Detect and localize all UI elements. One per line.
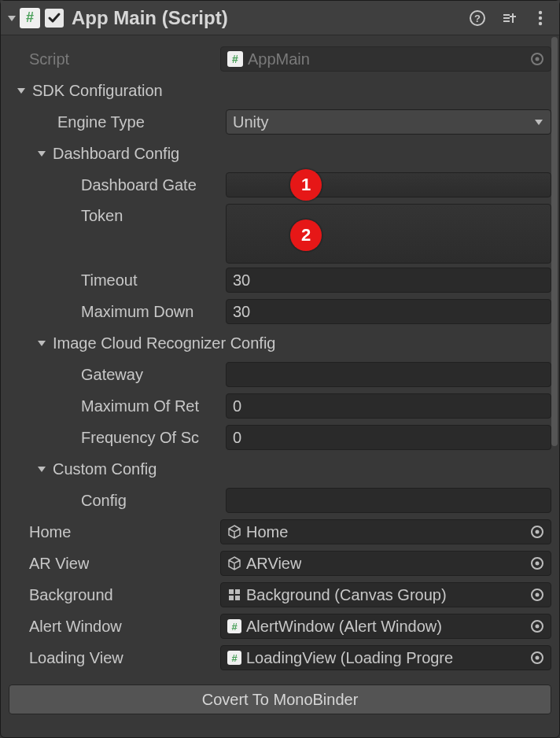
svg-rect-12 xyxy=(235,589,240,594)
scrollbar-thumb[interactable] xyxy=(551,37,558,446)
timeout-row: Timeout 30 xyxy=(9,264,551,296)
loading-view-object-field[interactable]: # LoadingView (Loading Progre xyxy=(220,645,551,670)
cloud-gateway-row: Gateway xyxy=(9,359,551,390)
loading-view-value: LoadingView (Loading Progre xyxy=(246,649,453,667)
cloud-config-header-row[interactable]: Image Cloud Recognizer Config xyxy=(9,327,551,359)
loading-view-row: Loading View # LoadingView (Loading Prog… xyxy=(9,642,551,673)
engine-type-value: Unity xyxy=(233,113,269,131)
script-row: Script # AppMain xyxy=(9,43,551,75)
cloud-gateway-label: Gateway xyxy=(81,366,143,384)
cloud-max-ret-row: Maximum Of Ret 0 xyxy=(9,390,551,422)
token-label: Token xyxy=(81,207,123,225)
dashboard-gateway-label: Dashboard Gate xyxy=(81,176,197,194)
svg-point-6 xyxy=(536,57,540,61)
dashboard-config-header: Dashboard Config xyxy=(53,145,179,163)
background-value: Background (Canvas Group) xyxy=(246,586,447,604)
custom-config-row: Config xyxy=(9,485,551,516)
timeout-value: 30 xyxy=(233,271,250,290)
alert-window-value: AlertWindow (Alert Window) xyxy=(246,618,442,636)
component-foldout[interactable] xyxy=(6,12,18,24)
engine-type-dropdown[interactable]: Unity xyxy=(226,109,551,135)
script-file-icon: # xyxy=(20,8,40,28)
cloud-max-ret-label: Maximum Of Ret xyxy=(81,397,199,415)
cloud-max-ret-input[interactable]: 0 xyxy=(226,393,551,419)
background-object-field[interactable]: Background (Canvas Group) xyxy=(220,582,551,607)
background-row: Background Background (Canvas Group) xyxy=(9,579,551,611)
object-picker-icon[interactable] xyxy=(529,523,546,541)
object-picker-icon[interactable] xyxy=(529,555,546,572)
cloud-config-header: Image Cloud Recognizer Config xyxy=(53,334,276,352)
alert-window-row: Alert Window # AlertWindow (Alert Window… xyxy=(9,611,551,642)
custom-config-input[interactable] xyxy=(226,488,551,513)
svg-point-16 xyxy=(536,593,540,597)
dashboard-gateway-input[interactable] xyxy=(226,172,551,197)
gameobject-icon xyxy=(227,525,241,539)
object-picker-icon[interactable] xyxy=(529,649,546,666)
svg-point-8 xyxy=(536,530,540,534)
arview-object-field[interactable]: ARView xyxy=(220,551,551,576)
foldout-icon[interactable] xyxy=(35,337,48,349)
alert-window-label: Alert Window xyxy=(29,618,122,636)
arview-value: ARView xyxy=(246,555,301,573)
engine-type-row: Engine Type Unity xyxy=(9,106,551,138)
context-menu-icon[interactable] xyxy=(531,9,550,28)
svg-point-18 xyxy=(536,625,540,629)
cloud-freq-input[interactable]: 0 xyxy=(226,425,551,450)
arview-row: AR View ARView xyxy=(9,548,551,579)
alert-window-object-field[interactable]: # AlertWindow (Alert Window) xyxy=(220,614,551,639)
timeout-label: Timeout xyxy=(81,271,138,290)
svg-point-3 xyxy=(539,16,542,19)
svg-point-10 xyxy=(536,562,540,566)
foldout-icon[interactable] xyxy=(15,84,28,97)
loading-view-label: Loading View xyxy=(29,649,123,667)
script-field: # AppMain xyxy=(220,46,551,72)
preset-icon[interactable] xyxy=(499,9,518,28)
component-enabled-checkbox[interactable] xyxy=(45,9,64,28)
custom-config-header: Custom Config xyxy=(53,460,157,478)
svg-rect-11 xyxy=(229,589,234,594)
foldout-icon[interactable] xyxy=(35,463,48,475)
script-file-icon: # xyxy=(227,51,243,67)
home-label: Home xyxy=(29,523,71,541)
svg-point-4 xyxy=(539,21,542,24)
dashboard-config-header-row[interactable]: Dashboard Config xyxy=(9,138,551,169)
foldout-icon[interactable] xyxy=(35,147,48,160)
component-body: Script # AppMain SDK Configuration xyxy=(1,35,559,724)
canvas-group-icon xyxy=(227,588,241,602)
convert-button-label: Covert To MonoBinder xyxy=(202,691,359,709)
cloud-freq-value: 0 xyxy=(233,429,241,447)
chevron-down-icon xyxy=(533,113,544,131)
cloud-gateway-input[interactable] xyxy=(226,362,551,387)
object-picker-icon[interactable] xyxy=(529,586,546,603)
max-down-value: 30 xyxy=(233,303,250,321)
component-header: # App Main (Script) ? xyxy=(1,1,559,35)
svg-point-2 xyxy=(539,10,542,13)
svg-text:?: ? xyxy=(474,13,481,24)
cloud-max-ret-value: 0 xyxy=(233,397,241,415)
inspector-component-panel: # App Main (Script) ? Script # AppMai xyxy=(0,0,560,738)
token-input[interactable] xyxy=(226,204,551,264)
engine-type-label: Engine Type xyxy=(57,113,145,131)
help-icon[interactable]: ? xyxy=(468,9,487,28)
background-label: Background xyxy=(29,586,113,604)
timeout-input[interactable]: 30 xyxy=(226,268,551,293)
gameobject-icon xyxy=(227,556,241,570)
custom-config-label: Config xyxy=(81,492,127,510)
object-picker-icon[interactable] xyxy=(529,618,546,635)
component-title: App Main (Script) xyxy=(72,7,468,29)
script-label: Script xyxy=(29,50,69,68)
sdk-config-header-row[interactable]: SDK Configuration xyxy=(9,75,551,106)
home-object-field[interactable]: Home xyxy=(220,519,551,544)
sdk-config-header: SDK Configuration xyxy=(32,82,163,100)
home-row: Home Home xyxy=(9,516,551,548)
arview-label: AR View xyxy=(29,555,89,573)
svg-rect-13 xyxy=(229,596,234,600)
convert-to-monobinder-button[interactable]: Covert To MonoBinder xyxy=(9,684,551,714)
max-down-input[interactable]: 30 xyxy=(226,299,551,324)
object-picker-icon[interactable] xyxy=(529,50,546,68)
home-value: Home xyxy=(246,523,288,541)
script-file-icon: # xyxy=(227,651,241,665)
custom-config-header-row[interactable]: Custom Config xyxy=(9,453,551,485)
cloud-freq-label: Frequency Of Sc xyxy=(81,429,199,447)
svg-point-20 xyxy=(536,656,540,660)
